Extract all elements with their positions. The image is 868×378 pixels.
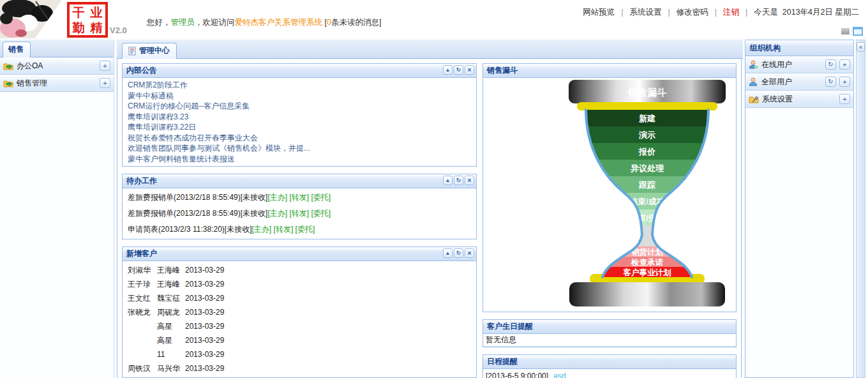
nav-separator: | [715,8,717,17]
customer-date: 2013-03-29 [185,322,224,331]
announcement-item[interactable]: 蒙牛中标通稿 [128,91,471,102]
unread-count[interactable]: 0 [327,18,331,27]
company-seal-logo: 干 业 勤 精 [67,2,108,38]
schedule-link[interactable]: asd [553,372,565,378]
organization-header: 组织机构 [745,40,853,56]
msg-bracket: [ [322,18,327,27]
left-sidebar: 销售 办公OA + 销售管理 + [0,40,114,378]
welcome-mid: ，欢迎访问 [195,18,235,27]
collapse-icon[interactable]: ▲ [443,176,453,185]
announcement-item[interactable]: 鹰隼培训课程3.23 [128,112,471,123]
expand-plus-button[interactable]: + [100,61,110,71]
close-icon[interactable]: × [465,65,474,75]
welcome-greeting: 您好， [147,18,171,27]
funnel-stage-label: 跟踪 [638,180,655,190]
tab-sales[interactable]: 销售 [3,42,31,57]
todo-item: 差旅费报销单(2013/2/18 8:55:49)[未接收][主办] [转发] … [128,190,471,206]
refresh-icon[interactable]: ↻ [825,77,836,87]
customer-date: 2013-03-29 [185,350,224,359]
customer-date: 2013-03-29 [185,364,224,373]
sidebar-item-label: 全部用户 [761,77,822,87]
panel-header: 日程提醒 [483,355,736,369]
panel-title: 销售漏斗 [487,66,518,75]
settings-folder-icon [749,95,759,103]
announcement-item[interactable]: CRM第2阶段工作 [128,80,471,91]
customer-name: 刘淑华 [128,263,157,277]
customer-row: 王子珍王海峰2013-03-29 [128,277,471,291]
announcement-item[interactable]: CRM运行的核心问题--客户信息采集 [128,101,471,112]
main-region: 管理中心 内部公告 ▲ ↻ × CRM第2阶段 [117,40,743,378]
refresh-icon[interactable]: ↻ [454,176,463,185]
customer-row: 周铁汉马兴华2013-03-29 [128,361,471,375]
window-restore-icon[interactable] [853,27,863,36]
owner-name: 高星 [157,333,185,347]
panel-header: 新增客户 ▲ ↻ × [123,247,476,261]
refresh-icon[interactable]: ↻ [454,65,463,75]
sidebar-item-sales-management[interactable]: 销售管理 + [0,75,114,92]
nav-logout[interactable]: 注销 [723,8,739,17]
refresh-icon[interactable]: ↻ [454,248,463,258]
todo-action-host[interactable]: [主办] [267,193,287,202]
todo-text: 差旅费报销单(2013/2/18 8:55:49)[未接收] [128,193,267,202]
seal-char: 干 [73,5,85,19]
announcement-item[interactable]: 祝贺长春爱特杰成功召开春季事业大会 [128,133,471,144]
refresh-icon[interactable]: ↻ [825,59,836,70]
todo-action-host[interactable]: [主办] [267,209,287,218]
expand-plus-button[interactable]: + [839,59,850,70]
todo-action-host[interactable]: [主办] [252,225,272,234]
funnel-cap-label: 销售漏斗 [627,87,667,98]
right-sidebar-organization: 组织机构 在线用户 ↻ + 全部用户 ↻ + [745,40,854,378]
system-brand-name: 爱特杰客户关系管理系统 [235,18,323,27]
nav-change-password[interactable]: 修改密码 [677,8,708,17]
sidebar-item-all-users[interactable]: 全部用户 ↻ + [745,73,853,91]
todo-action-delegate[interactable]: [委托] [311,193,331,202]
todo-action-forward[interactable]: [转发] [289,193,309,202]
version-label: V2.0 [110,26,127,35]
folder-arrow-icon [3,62,13,70]
todo-item: 申请简表(2013/2/3 11:38:20)[未接收][主办] [转发] [委… [128,222,471,238]
customer-name: 王文红 [128,291,157,305]
sidebar-item-label: 在线用户 [761,59,822,70]
customer-name: 张晓龙 [128,305,157,319]
expand-plus-button[interactable]: + [839,94,850,104]
sidebar-item-label: 办公OA [17,61,96,72]
announcement-item[interactable]: 蒙牛客户饲料销售量统计表报送 [128,154,471,165]
nav-system-settings[interactable]: 系统设置 [630,8,662,17]
collapse-right-icon[interactable]: « [857,42,865,52]
panel-header: 销售漏斗 [483,64,736,78]
todo-text: 申请简表(2013/2/3 11:38:20)[未接收] [128,225,252,234]
todo-action-delegate[interactable]: [委托] [311,209,331,218]
sidebar-item-online-users[interactable]: 在线用户 ↻ + [745,56,853,73]
todo-action-delegate[interactable]: [委托] [296,225,315,234]
announcement-item[interactable]: 鹰隼培训课程3.22日 [128,122,471,133]
nav-separator: | [745,8,747,17]
owner-name: 马兴华 [157,361,185,375]
announcement-list: CRM第2阶段工作 蒙牛中标通稿 CRM运行的核心问题--客户信息采集 鹰隼培训… [123,78,476,166]
todo-action-forward[interactable]: [转发] [289,209,309,218]
sidebar-item-system-settings[interactable]: 系统设置 + [745,91,853,108]
owner-name: 高星 [157,319,185,333]
seal-char: 精 [91,20,103,34]
crm-dashboard: 干 业 勤 精 V2.0 您好，管理员，欢迎访问爱特杰客户关系管理系统 [0条未… [0,0,868,378]
todo-action-forward[interactable]: [转发] [274,225,294,234]
collapse-icon[interactable]: ▲ [443,65,453,75]
panel-sales-funnel: 销售漏斗 [483,63,737,312]
sidebar-item-office-oa[interactable]: 办公OA + [0,57,114,75]
todo-text: 差旅费报销单(2013/2/18 8:55:49)[未接收] [128,209,267,218]
panel-header: 客户生日提醒 [483,320,736,334]
todo-item: 差旅费报销单(2013/2/18 8:55:49)[未接收][主办] [转发] … [128,206,471,222]
expand-plus-button[interactable]: + [100,78,110,88]
collapse-icon[interactable]: ▲ [443,248,453,258]
nav-site-preview[interactable]: 网站预览 [583,8,615,17]
tab-management-center[interactable]: 管理中心 [122,43,177,59]
customer-row: 112013-03-29 [128,347,471,361]
online-user-icon [749,60,758,69]
msg-label: 条未读的消息] [331,18,381,27]
welcome-message: 您好，管理员，欢迎访问爱特杰客户关系管理系统 [0条未读的消息] [147,17,381,28]
user-icon [749,77,758,86]
window-minimize-icon[interactable] [841,28,849,34]
panel-announcements: 内部公告 ▲ ↻ × CRM第2阶段工作 蒙牛中标通稿 CRM运行的核心问题--… [122,63,477,167]
announcement-item[interactable]: 欢迎销售团队同事参与测试《销售机会》模块，并提... [128,143,471,154]
expand-plus-button[interactable]: + [839,77,850,87]
panel-header: 内部公告 ▲ ↻ × [123,64,476,78]
